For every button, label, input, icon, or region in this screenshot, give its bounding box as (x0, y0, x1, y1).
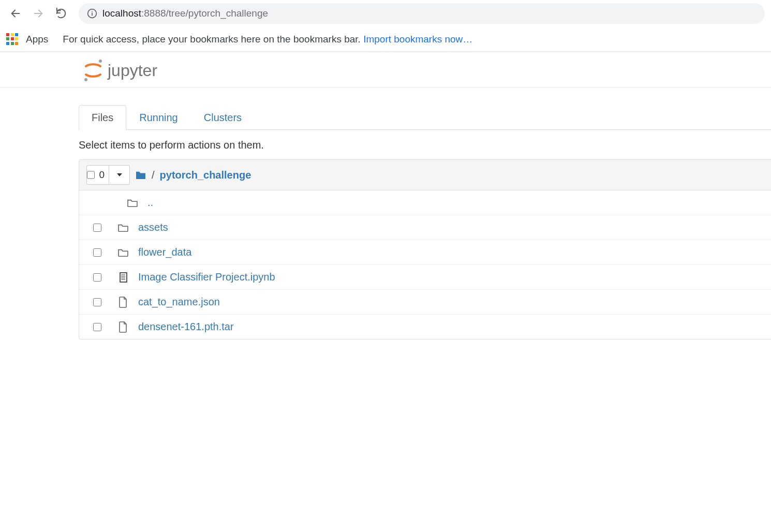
breadcrumb-row: 0 / pytorch_challenge (79, 160, 771, 190)
row-checkbox[interactable] (93, 248, 101, 257)
file-name[interactable]: densenet-161.pth.tar (138, 321, 234, 333)
jupyter-logo-text: jupyter (108, 61, 157, 80)
row-checkbox[interactable] (93, 323, 101, 331)
tab-clusters[interactable]: Clusters (191, 105, 255, 130)
arrow-right-icon (33, 8, 44, 19)
breadcrumb: / pytorch_challenge (135, 169, 251, 181)
reload-icon (55, 8, 67, 19)
file-row-parent[interactable]: .. (79, 190, 771, 215)
file-row: assets (79, 215, 771, 240)
selected-count: 0 (99, 169, 109, 181)
url-host: localhost (102, 8, 141, 19)
file-row: cat_to_name.json (79, 290, 771, 315)
tab-bar: Files Running Clusters (0, 87, 771, 130)
apps-label[interactable]: Apps (26, 34, 48, 45)
select-menu-button[interactable] (109, 166, 129, 184)
import-bookmarks-link[interactable]: Import bookmarks now… (363, 34, 472, 45)
select-all-checkbox[interactable]: 0 (87, 166, 109, 184)
row-checkbox[interactable] (93, 298, 101, 306)
folder-outline-icon (116, 223, 130, 232)
url-text: localhost:8888/tree/pytorch_challenge (102, 8, 268, 19)
svg-point-5 (99, 60, 102, 63)
site-info-icon[interactable] (87, 8, 97, 19)
folder-icon (135, 170, 146, 180)
browser-toolbar: localhost:8888/tree/pytorch_challenge (0, 0, 771, 27)
tab-running[interactable]: Running (126, 105, 191, 130)
row-checkbox[interactable] (93, 273, 101, 282)
address-bar[interactable]: localhost:8888/tree/pytorch_challenge (79, 3, 765, 24)
folder-outline-icon (116, 248, 130, 257)
file-name[interactable]: Image Classifier Project.ipynb (138, 271, 275, 283)
url-path: :8888/tree/pytorch_challenge (141, 8, 268, 19)
file-name[interactable]: .. (147, 197, 153, 209)
file-icon (116, 321, 130, 333)
back-button[interactable] (6, 4, 25, 23)
file-icon (116, 297, 130, 308)
bookmarks-bar: Apps For quick access, place your bookma… (0, 27, 771, 52)
row-checkbox[interactable] (93, 224, 101, 232)
jupyter-logo-icon (83, 59, 103, 82)
jupyter-logo[interactable]: jupyter (83, 59, 771, 82)
tab-files[interactable]: Files (79, 105, 126, 130)
breadcrumb-root-icon[interactable] (135, 170, 146, 180)
file-name[interactable]: cat_to_name.json (138, 296, 220, 308)
select-all-group: 0 (86, 165, 130, 185)
arrow-left-icon (10, 8, 21, 19)
forward-button[interactable] (29, 4, 48, 23)
notebook-icon (116, 272, 130, 283)
jupyter-header: jupyter (0, 52, 771, 87)
file-name[interactable]: flower_data (138, 246, 191, 258)
action-hint: Select items to perform actions on them. (0, 130, 771, 159)
folder-outline-icon (126, 198, 139, 208)
bookmarks-hint: For quick access, place your bookmarks h… (63, 34, 472, 45)
file-row: Image Classifier Project.ipynb (79, 265, 771, 290)
svg-point-4 (92, 11, 93, 12)
file-row: flower_data (79, 240, 771, 265)
svg-marker-7 (117, 173, 122, 176)
svg-point-6 (84, 78, 87, 81)
file-listing: 0 / pytorch_challenge .. assets (79, 159, 771, 339)
breadcrumb-separator: / (152, 169, 155, 181)
file-name[interactable]: assets (138, 221, 168, 233)
select-all-input[interactable] (87, 171, 95, 179)
caret-down-icon (116, 172, 123, 178)
breadcrumb-current[interactable]: pytorch_challenge (160, 169, 251, 181)
file-row: densenet-161.pth.tar (79, 315, 771, 339)
reload-button[interactable] (52, 4, 70, 23)
apps-icon[interactable] (6, 33, 19, 46)
